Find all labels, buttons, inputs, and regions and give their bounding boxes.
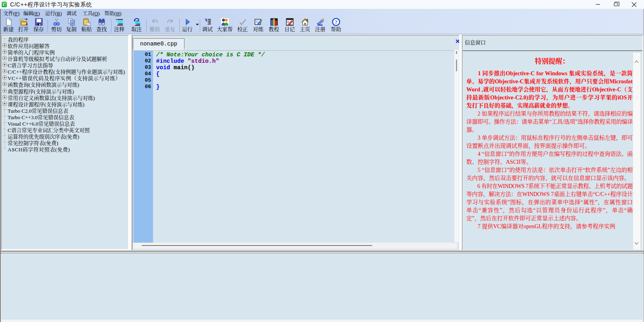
svg-text:?: ? bbox=[335, 19, 338, 25]
